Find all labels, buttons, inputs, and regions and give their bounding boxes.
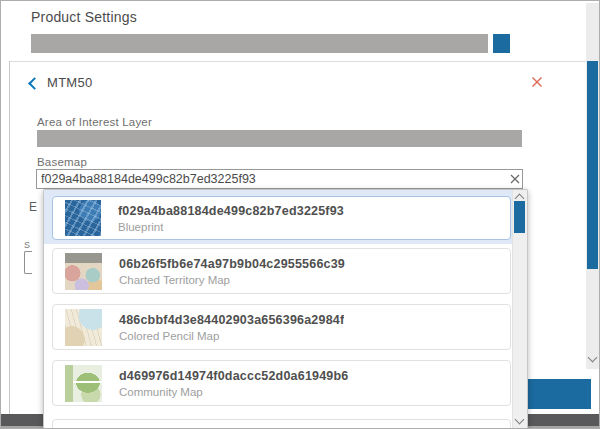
basemap-option-charted-territory[interactable]: 06b26f5fb6e74a97b9b04c2955566c39 Charted… — [52, 248, 511, 294]
obscured-field-label-e: E — [29, 200, 37, 214]
basemap-option-colored-pencil[interactable]: 486cbbf4d3e84402903a656396a2984f Colored… — [52, 304, 511, 350]
scroll-down-icon[interactable] — [588, 353, 598, 363]
header-accent-square — [493, 34, 510, 53]
colored-pencil-thumbnail — [65, 309, 102, 346]
window-scrollbar[interactable] — [586, 3, 599, 369]
product-settings-window: Product Settings MTM50 Area of Interest … — [0, 0, 600, 429]
back-link[interactable]: MTM50 — [30, 75, 93, 90]
page-title: Product Settings — [31, 9, 137, 25]
option-name: Blueprint — [118, 221, 344, 233]
basemap-option-partial[interactable] — [52, 419, 511, 429]
dropdown-scrollbar-thumb[interactable] — [514, 201, 525, 233]
basemap-option-community[interactable]: d469976d14974f0daccc52d0a61949b6 Communi… — [52, 360, 511, 406]
panel-left-divider — [9, 61, 10, 414]
chevron-left-icon — [28, 77, 41, 90]
option-text: 486cbbf4d3e84402903a656396a2984f Colored… — [119, 313, 344, 342]
window-scrollbar-thumb[interactable] — [587, 61, 598, 269]
back-link-label: MTM50 — [47, 75, 93, 90]
panel-top-divider — [9, 61, 586, 62]
obscured-field-label-s: S — [24, 240, 30, 250]
option-text: 06b26f5fb6e74a97b9b04c2955566c39 Charted… — [119, 257, 345, 286]
option-text: d469976d14974f0daccc52d0a61949b6 Communi… — [119, 369, 349, 398]
community-thumbnail — [65, 365, 102, 402]
option-id: f029a4ba88184de499c82b7ed3225f93 — [118, 204, 344, 218]
basemap-option-blueprint[interactable]: f029a4ba88184de499c82b7ed3225f93 Bluepri… — [52, 196, 511, 240]
option-id: d469976d14974f0daccc52d0a61949b6 — [119, 369, 349, 383]
option-id: 06b26f5fb6e74a97b9b04c2955566c39 — [119, 257, 345, 271]
scroll-down-icon[interactable] — [515, 415, 525, 425]
close-icon[interactable] — [530, 75, 544, 89]
basemap-dropdown: f029a4ba88184de499c82b7ed3225f93 Bluepri… — [43, 189, 528, 429]
clear-input-icon[interactable] — [509, 173, 521, 185]
charted-territory-thumbnail — [65, 253, 102, 290]
area-of-interest-select[interactable] — [37, 130, 522, 147]
obscured-checkbox[interactable] — [24, 251, 32, 274]
basemap-input[interactable] — [36, 169, 523, 189]
dropdown-scrollbar[interactable] — [512, 190, 527, 429]
blueprint-thumbnail — [65, 200, 101, 236]
option-id: 486cbbf4d3e84402903a656396a2984f — [119, 313, 344, 327]
redacted-header-bar — [31, 34, 488, 53]
area-of-interest-label: Area of Interest Layer — [37, 116, 152, 128]
basemap-label: Basemap — [37, 156, 87, 168]
option-name: Charted Territory Map — [119, 274, 345, 286]
option-text: f029a4ba88184de499c82b7ed3225f93 Bluepri… — [118, 204, 344, 233]
option-name: Community Map — [119, 386, 349, 398]
option-name: Colored Pencil Map — [119, 330, 344, 342]
